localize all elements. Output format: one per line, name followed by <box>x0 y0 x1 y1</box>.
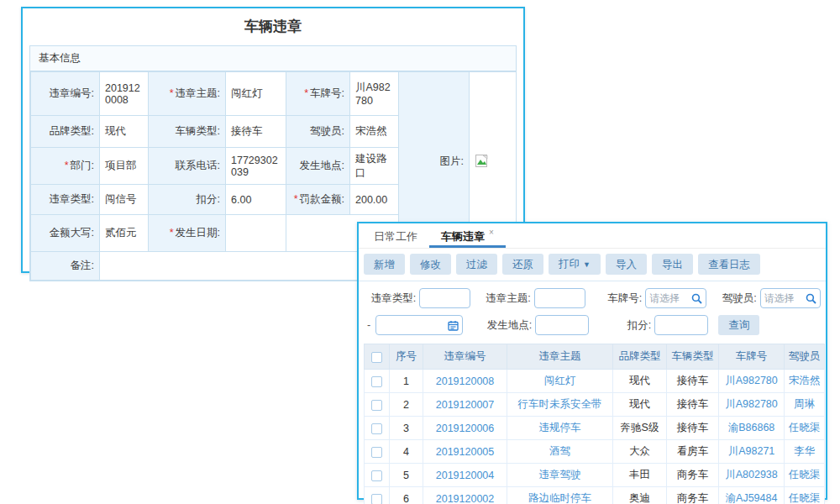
cell-subject[interactable]: 违章驾驶 <box>507 464 613 487</box>
modify-button[interactable]: 修改 <box>410 254 451 275</box>
points-input[interactable] <box>659 317 704 333</box>
field-label-amount-caps: *金额大写: <box>31 215 100 252</box>
import-button[interactable]: 导入 <box>606 254 647 275</box>
required-star: * <box>65 160 69 171</box>
violation-list-panel: 日常工作 车辆违章× 新增 修改 过滤 还原 打印▼ 导入 导出 查看日志 违章… <box>357 222 827 500</box>
field-value-violation-type: 闯信号 <box>100 185 149 215</box>
cell-violation-no[interactable]: 2019120006 <box>423 417 507 440</box>
field-label-subject: *违章主题: <box>149 72 226 116</box>
field-label-fine-amount: *罚款金额: <box>286 185 350 215</box>
cell-subject[interactable]: 酒驾 <box>507 440 613 464</box>
query-button[interactable]: 查询 <box>718 315 759 335</box>
cell-driver[interactable]: 任晓渠 <box>785 464 825 487</box>
cell-subject[interactable]: 闯红灯 <box>507 370 613 393</box>
header-subject: 违章主题 <box>507 344 613 370</box>
search-icon[interactable] <box>806 293 816 304</box>
subject-input[interactable] <box>538 290 581 307</box>
cell-violation-no[interactable]: 2019120004 <box>423 464 507 487</box>
print-button[interactable]: 打印▼ <box>549 254 601 275</box>
tab-vehicle-violation[interactable]: 车辆违章× <box>429 223 506 248</box>
cell-plate-no[interactable]: 川A982780 <box>719 370 785 393</box>
add-button[interactable]: 新增 <box>364 254 405 275</box>
field-value-occur-date <box>226 215 286 252</box>
cell-brand-type: 丰田 <box>613 464 667 487</box>
form-row: *违章编号: 2019120008 *违章主题: 闯红灯 *车牌号: 川A982… <box>31 72 517 116</box>
field-label-points: *扣分: <box>149 185 226 215</box>
close-icon[interactable]: × <box>489 228 494 237</box>
cell-driver[interactable]: 任晓渠 <box>785 487 825 504</box>
cell-vehicle-type: 接待车 <box>667 417 719 440</box>
cell-brand-type: 奔驰S级 <box>613 417 667 440</box>
row-checkbox[interactable] <box>371 423 382 434</box>
row-checkbox[interactable] <box>371 376 382 387</box>
date-input-box <box>375 315 463 335</box>
cell-plate-no[interactable]: 渝AJ59484 <box>719 487 785 504</box>
date-input[interactable] <box>380 317 448 333</box>
row-checkbox-cell <box>365 464 390 487</box>
table-row[interactable]: 32019120006违规停车奔驰S级接待车渝B86868任晓渠 <box>365 417 825 440</box>
subject-filter-label: 违章主题: <box>470 291 531 306</box>
cell-subject[interactable]: 路边临时停车 <box>507 487 613 504</box>
search-icon[interactable] <box>691 293 702 304</box>
violation-type-input[interactable] <box>423 290 466 307</box>
required-star: * <box>304 87 308 99</box>
cell-plate-no[interactable]: 川A98271 <box>719 440 785 464</box>
cell-plate-no[interactable]: 川A802938 <box>719 464 785 487</box>
field-value-amount-caps: 贰佰元 <box>100 215 149 252</box>
field-value-location: 建设路口 <box>350 148 399 185</box>
violations-table: 序号 违章编号 违章主题 品牌类型 车辆类型 车牌号 驾驶员 120191200… <box>364 344 825 504</box>
cell-driver[interactable]: 李华 <box>785 440 825 464</box>
cell-seq: 6 <box>390 487 423 504</box>
subject-input-box <box>534 288 585 308</box>
row-checkbox[interactable] <box>371 447 382 458</box>
tab-daily-work[interactable]: 日常工作 <box>362 223 429 248</box>
plate-lookup-input[interactable] <box>649 290 690 307</box>
cell-violation-no[interactable]: 2019120007 <box>423 393 507 417</box>
cell-subject[interactable]: 行车时未系安全带 <box>507 393 613 417</box>
cell-plate-no[interactable]: 川A982780 <box>719 393 785 417</box>
cell-seq: 1 <box>390 370 423 393</box>
field-label-department: *部门: <box>31 148 100 185</box>
export-button[interactable]: 导出 <box>652 254 693 275</box>
view-log-button[interactable]: 查看日志 <box>698 254 760 275</box>
table-header-row: 序号 违章编号 违章主题 品牌类型 车辆类型 车牌号 驾驶员 <box>365 344 825 370</box>
required-star: * <box>170 87 174 99</box>
tab-bar: 日常工作 车辆违章× <box>359 223 826 249</box>
table-row[interactable]: 52019120004违章驾驶丰田商务车川A802938任晓渠 <box>365 464 825 487</box>
table-row[interactable]: 62019120002路边临时停车奥迪商务车渝AJ59484任晓渠 <box>365 487 825 504</box>
cell-brand-type: 大众 <box>613 440 667 464</box>
table-row[interactable]: 42019120005酒驾大众看房车川A98271李华 <box>365 440 825 464</box>
filter-button[interactable]: 过滤 <box>456 254 497 275</box>
cell-driver[interactable]: 任晓渠 <box>785 417 825 440</box>
location-input[interactable] <box>539 317 585 333</box>
cell-subject[interactable]: 违规停车 <box>507 417 613 440</box>
cell-seq: 4 <box>390 440 423 464</box>
table-row[interactable]: 12019120008闯红灯现代接待车川A982780宋浩然 <box>365 370 825 393</box>
row-checkbox-cell <box>365 370 390 393</box>
cell-vehicle-type: 商务车 <box>667 487 719 504</box>
cell-driver[interactable]: 周琳 <box>785 393 825 417</box>
row-checkbox-cell <box>365 440 390 464</box>
select-all-checkbox[interactable] <box>371 352 382 363</box>
restore-button[interactable]: 还原 <box>502 254 543 275</box>
cell-violation-no[interactable]: 2019120005 <box>423 440 507 464</box>
row-checkbox[interactable] <box>371 494 382 504</box>
cell-violation-no[interactable]: 2019120008 <box>423 370 507 393</box>
cell-driver[interactable]: 宋浩然 <box>785 370 825 393</box>
field-label-phone: *联系电话: <box>149 148 226 185</box>
header-driver: 驾驶员 <box>785 344 825 370</box>
calendar-icon[interactable] <box>448 320 459 331</box>
row-checkbox[interactable] <box>371 470 382 481</box>
required-star: * <box>170 227 174 239</box>
cell-violation-no[interactable]: 2019120002 <box>423 487 507 504</box>
select-all-header <box>365 344 390 370</box>
required-star: * <box>294 193 298 205</box>
field-value-phone: 17729302039 <box>226 148 286 185</box>
table-row[interactable]: 22019120007行车时未系安全带现代接待车川A982780周琳 <box>365 393 825 417</box>
cell-vehicle-type: 看房车 <box>667 440 719 464</box>
location-filter-label: 发生地点: <box>463 318 532 333</box>
row-checkbox[interactable] <box>371 400 382 411</box>
row-checkbox-cell <box>365 393 390 417</box>
cell-plate-no[interactable]: 渝B86868 <box>719 417 785 440</box>
driver-lookup-input[interactable] <box>764 290 806 307</box>
